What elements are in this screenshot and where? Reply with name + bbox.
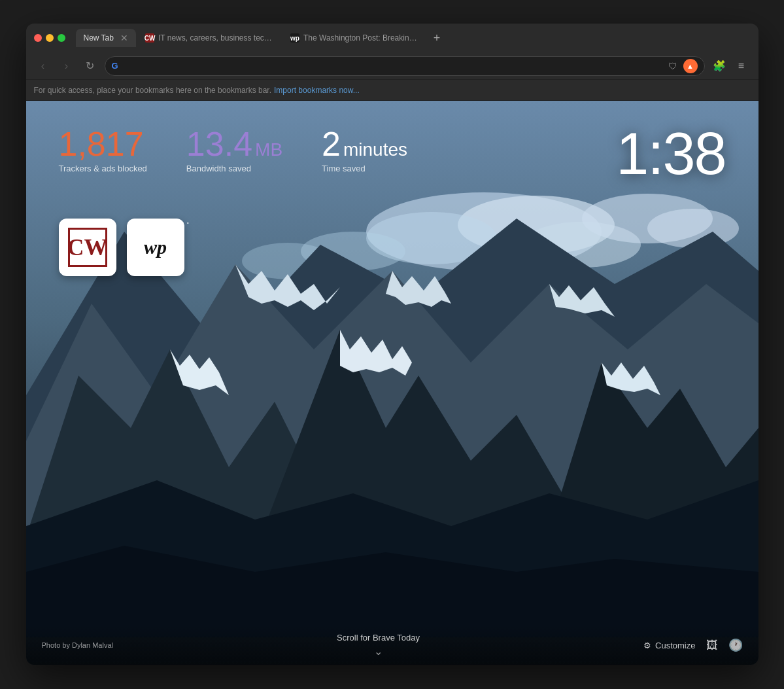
extensions-icon[interactable]: 🧩 (710, 57, 728, 75)
forward-button[interactable]: › (58, 57, 76, 75)
time-value: 2minutes (322, 127, 407, 161)
cw-tab-label: IT news, careers, business techno... (158, 33, 273, 43)
google-icon: G (112, 61, 118, 71)
tab-close-icon[interactable]: ✕ (120, 33, 128, 43)
time-stat: 2minutes Time saved (322, 127, 407, 173)
brave-shield-icon[interactable]: 🛡 (666, 60, 679, 73)
wp-logo: wp (144, 236, 167, 258)
new-tab-content: 1,817 Trackers & ads blocked 13.4MB Band… (26, 101, 758, 665)
customize-button[interactable]: ⚙ Customize (643, 641, 695, 650)
scroll-arrow-icon: ⌄ (374, 645, 383, 658)
customize-icon: ⚙ (643, 641, 651, 650)
tab-new-tab[interactable]: New Tab ✕ (76, 29, 136, 47)
bookmarks-hint: For quick access, place your bookmarks h… (34, 86, 272, 95)
new-tab-button[interactable]: + (428, 29, 446, 47)
bandwidth-value: 13.4MB (186, 127, 282, 161)
url-input[interactable] (122, 61, 662, 71)
address-bar[interactable]: G 🛡 ▲ (105, 56, 705, 76)
bottom-right-icons: ⚙ Customize 🖼 🕐 (643, 638, 742, 652)
address-icons: 🛡 ▲ (666, 59, 698, 73)
browser-window: New Tab ✕ CW IT news, careers, business … (26, 24, 758, 665)
menu-icon[interactable]: ≡ (732, 57, 751, 75)
tab-wp[interactable]: wp The Washington Post: Breaking Ne... (282, 29, 426, 46)
trackers-stat: 1,817 Trackers & ads blocked (59, 127, 147, 173)
bottom-bar: Photo by Dylan Malval Scroll for Brave T… (26, 626, 758, 665)
speed-dial-wp[interactable]: wp (127, 219, 184, 276)
more-speed-dial-button[interactable]: ... (177, 212, 192, 227)
speed-dial-cw[interactable]: CW (59, 219, 116, 276)
cw-favicon: CW (145, 33, 154, 43)
back-button[interactable]: ‹ (34, 57, 52, 75)
reload-button[interactable]: ↻ (81, 57, 99, 75)
scroll-label: Scroll for Brave Today (337, 633, 420, 643)
wp-tab-label: The Washington Post: Breaking Ne... (303, 33, 418, 43)
trackers-label: Trackers & ads blocked (59, 164, 147, 173)
title-bar: New Tab ✕ CW IT news, careers, business … (26, 24, 758, 52)
clock: 1:38 (616, 120, 725, 188)
close-button[interactable] (34, 34, 42, 42)
scroll-brave-today[interactable]: Scroll for Brave Today ⌄ (337, 633, 420, 658)
bandwidth-label: Bandwidth saved (186, 164, 282, 173)
customize-label: Customize (655, 641, 695, 650)
maximize-button[interactable] (58, 34, 65, 42)
traffic-lights (34, 34, 65, 42)
wp-favicon: wp (290, 33, 299, 43)
nav-bar: ‹ › ↻ G 🛡 ▲ 🧩 ≡ (26, 52, 758, 80)
import-bookmarks-link[interactable]: Import bookmarks now... (274, 86, 360, 95)
photo-credit: Photo by Dylan Malval (42, 641, 113, 649)
brave-alert-icon[interactable]: ▲ (683, 59, 698, 73)
bookmarks-bar: For quick access, place your bookmarks h… (26, 80, 758, 101)
history-icon[interactable]: 🕐 (728, 638, 743, 652)
speed-dial: CW wp (59, 219, 184, 276)
time-label: Time saved (322, 164, 407, 173)
trackers-value: 1,817 (59, 127, 147, 161)
tabs-bar: New Tab ✕ CW IT news, careers, business … (76, 29, 751, 47)
tab-cw[interactable]: CW IT news, careers, business techno... (137, 29, 281, 46)
wallpaper-icon[interactable]: 🖼 (706, 639, 718, 652)
new-tab-label: New Tab (84, 33, 114, 43)
cw-logo: CW (68, 228, 107, 267)
stats-overlay: 1,817 Trackers & ads blocked 13.4MB Band… (59, 127, 408, 173)
bandwidth-stat: 13.4MB Bandwidth saved (186, 127, 282, 173)
minimize-button[interactable] (46, 34, 54, 42)
toolbar-right: 🧩 ≡ (710, 57, 751, 75)
